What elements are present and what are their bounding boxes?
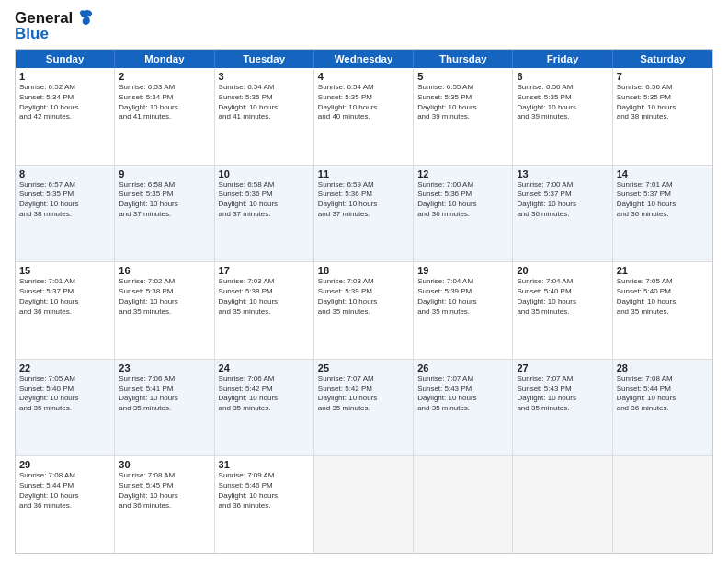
cal-day-14: 14Sunrise: 7:01 AMSunset: 5:37 PMDayligh… <box>613 166 712 262</box>
cal-day-6: 6Sunrise: 6:56 AMSunset: 5:35 PMDaylight… <box>513 68 612 165</box>
logo: General Blue <box>15 9 95 43</box>
cal-week-2: 8Sunrise: 6:57 AMSunset: 5:35 PMDaylight… <box>16 166 712 263</box>
col-header-thursday: Thursday <box>414 50 513 68</box>
day-number: 20 <box>517 265 608 276</box>
day-number: 14 <box>617 168 709 179</box>
calendar: SundayMondayTuesdayWednesdayThursdayFrid… <box>15 49 713 554</box>
day-details: Sunrise: 7:00 AMSunset: 5:36 PMDaylight:… <box>417 180 508 220</box>
day-details: Sunrise: 7:09 AMSunset: 5:46 PMDaylight:… <box>219 471 310 511</box>
cal-day-7: 7Sunrise: 6:56 AMSunset: 5:35 PMDaylight… <box>613 68 712 165</box>
cal-day-4: 4Sunrise: 6:54 AMSunset: 5:35 PMDaylight… <box>314 68 414 165</box>
cal-week-1: 1Sunrise: 6:52 AMSunset: 5:34 PMDaylight… <box>16 68 712 166</box>
day-details: Sunrise: 7:02 AMSunset: 5:38 PMDaylight:… <box>119 277 210 316</box>
cal-day-5: 5Sunrise: 6:55 AMSunset: 5:35 PMDaylight… <box>414 68 513 165</box>
day-details: Sunrise: 6:56 AMSunset: 5:35 PMDaylight:… <box>617 83 709 122</box>
day-details: Sunrise: 6:52 AMSunset: 5:34 PMDaylight:… <box>19 83 110 122</box>
day-details: Sunrise: 6:56 AMSunset: 5:35 PMDaylight:… <box>517 83 608 122</box>
day-number: 8 <box>19 168 110 179</box>
cal-day-10: 10Sunrise: 6:58 AMSunset: 5:36 PMDayligh… <box>215 166 314 262</box>
cal-day-30: 30Sunrise: 7:08 AMSunset: 5:45 PMDayligh… <box>115 456 214 553</box>
day-number: 5 <box>417 71 508 82</box>
day-number: 10 <box>219 168 310 179</box>
day-details: Sunrise: 6:54 AMSunset: 5:35 PMDaylight:… <box>318 83 409 122</box>
col-header-monday: Monday <box>115 50 214 68</box>
day-number: 13 <box>517 168 608 179</box>
col-header-wednesday: Wednesday <box>314 50 414 68</box>
cal-week-4: 22Sunrise: 7:05 AMSunset: 5:40 PMDayligh… <box>16 360 712 457</box>
day-number: 24 <box>219 362 310 373</box>
cal-day-2: 2Sunrise: 6:53 AMSunset: 5:34 PMDaylight… <box>115 68 214 165</box>
cal-day-3: 3Sunrise: 6:54 AMSunset: 5:35 PMDaylight… <box>215 68 314 165</box>
day-number: 18 <box>318 265 409 276</box>
day-number: 4 <box>318 71 409 82</box>
day-details: Sunrise: 7:08 AMSunset: 5:44 PMDaylight:… <box>19 471 110 511</box>
cal-day-22: 22Sunrise: 7:05 AMSunset: 5:40 PMDayligh… <box>16 360 115 456</box>
day-details: Sunrise: 6:58 AMSunset: 5:35 PMDaylight:… <box>119 180 210 220</box>
day-details: Sunrise: 7:08 AMSunset: 5:44 PMDaylight:… <box>617 374 709 414</box>
day-number: 1 <box>19 71 110 82</box>
logo-blue: Blue <box>15 25 95 43</box>
day-number: 7 <box>617 71 709 82</box>
day-number: 19 <box>417 265 508 276</box>
day-details: Sunrise: 6:53 AMSunset: 5:34 PMDaylight:… <box>119 83 210 122</box>
day-number: 17 <box>219 265 310 276</box>
day-number: 12 <box>417 168 508 179</box>
day-details: Sunrise: 7:05 AMSunset: 5:40 PMDaylight:… <box>19 374 110 414</box>
calendar-header: SundayMondayTuesdayWednesdayThursdayFrid… <box>16 50 712 68</box>
col-header-saturday: Saturday <box>613 50 712 68</box>
day-details: Sunrise: 6:54 AMSunset: 5:35 PMDaylight:… <box>219 83 310 122</box>
cal-day-28: 28Sunrise: 7:08 AMSunset: 5:44 PMDayligh… <box>613 360 712 456</box>
cal-day-15: 15Sunrise: 7:01 AMSunset: 5:37 PMDayligh… <box>16 262 115 359</box>
day-details: Sunrise: 6:59 AMSunset: 5:36 PMDaylight:… <box>318 180 409 220</box>
day-number: 22 <box>19 362 110 373</box>
day-number: 28 <box>617 362 709 373</box>
day-details: Sunrise: 7:00 AMSunset: 5:37 PMDaylight:… <box>517 180 608 220</box>
day-details: Sunrise: 7:08 AMSunset: 5:45 PMDaylight:… <box>119 471 210 511</box>
cal-empty-cell <box>314 456 414 553</box>
cal-day-13: 13Sunrise: 7:00 AMSunset: 5:37 PMDayligh… <box>513 166 612 262</box>
cal-empty-cell <box>513 456 612 553</box>
cal-day-9: 9Sunrise: 6:58 AMSunset: 5:35 PMDaylight… <box>115 166 214 262</box>
cal-empty-cell <box>414 456 513 553</box>
day-details: Sunrise: 7:07 AMSunset: 5:43 PMDaylight:… <box>417 374 508 414</box>
day-details: Sunrise: 7:07 AMSunset: 5:42 PMDaylight:… <box>318 374 409 414</box>
day-details: Sunrise: 7:06 AMSunset: 5:41 PMDaylight:… <box>119 374 210 414</box>
logo-bird-icon <box>74 7 95 28</box>
cal-day-21: 21Sunrise: 7:05 AMSunset: 5:40 PMDayligh… <box>613 262 712 359</box>
cal-day-11: 11Sunrise: 6:59 AMSunset: 5:36 PMDayligh… <box>314 166 414 262</box>
day-number: 16 <box>119 265 210 276</box>
cal-day-27: 27Sunrise: 7:07 AMSunset: 5:43 PMDayligh… <box>513 360 612 456</box>
day-number: 25 <box>318 362 409 373</box>
cal-day-18: 18Sunrise: 7:03 AMSunset: 5:39 PMDayligh… <box>314 262 414 359</box>
day-details: Sunrise: 7:05 AMSunset: 5:40 PMDaylight:… <box>617 277 709 316</box>
calendar-body: 1Sunrise: 6:52 AMSunset: 5:34 PMDaylight… <box>16 68 712 553</box>
day-number: 23 <box>119 362 210 373</box>
cal-day-31: 31Sunrise: 7:09 AMSunset: 5:46 PMDayligh… <box>215 456 314 553</box>
day-number: 29 <box>19 459 110 470</box>
cal-day-29: 29Sunrise: 7:08 AMSunset: 5:44 PMDayligh… <box>16 456 115 553</box>
cal-day-23: 23Sunrise: 7:06 AMSunset: 5:41 PMDayligh… <box>115 360 214 456</box>
cal-week-5: 29Sunrise: 7:08 AMSunset: 5:44 PMDayligh… <box>16 456 712 553</box>
day-number: 6 <box>517 71 608 82</box>
day-details: Sunrise: 7:03 AMSunset: 5:39 PMDaylight:… <box>318 277 409 316</box>
col-header-tuesday: Tuesday <box>215 50 314 68</box>
day-number: 9 <box>119 168 210 179</box>
cal-day-26: 26Sunrise: 7:07 AMSunset: 5:43 PMDayligh… <box>414 360 513 456</box>
day-number: 11 <box>318 168 409 179</box>
day-details: Sunrise: 7:06 AMSunset: 5:42 PMDaylight:… <box>219 374 310 414</box>
day-details: Sunrise: 6:57 AMSunset: 5:35 PMDaylight:… <box>19 180 110 220</box>
day-number: 31 <box>219 459 310 470</box>
cal-empty-cell <box>613 456 712 553</box>
day-number: 21 <box>617 265 709 276</box>
day-number: 30 <box>119 459 210 470</box>
day-details: Sunrise: 7:01 AMSunset: 5:37 PMDaylight:… <box>617 180 709 220</box>
header: General Blue <box>15 9 713 43</box>
day-details: Sunrise: 7:01 AMSunset: 5:37 PMDaylight:… <box>19 277 110 316</box>
cal-day-19: 19Sunrise: 7:04 AMSunset: 5:39 PMDayligh… <box>414 262 513 359</box>
cal-day-8: 8Sunrise: 6:57 AMSunset: 5:35 PMDaylight… <box>16 166 115 262</box>
day-details: Sunrise: 6:55 AMSunset: 5:35 PMDaylight:… <box>417 83 508 122</box>
cal-week-3: 15Sunrise: 7:01 AMSunset: 5:37 PMDayligh… <box>16 262 712 360</box>
day-number: 27 <box>517 362 608 373</box>
day-details: Sunrise: 7:04 AMSunset: 5:40 PMDaylight:… <box>517 277 608 316</box>
col-header-friday: Friday <box>513 50 612 68</box>
